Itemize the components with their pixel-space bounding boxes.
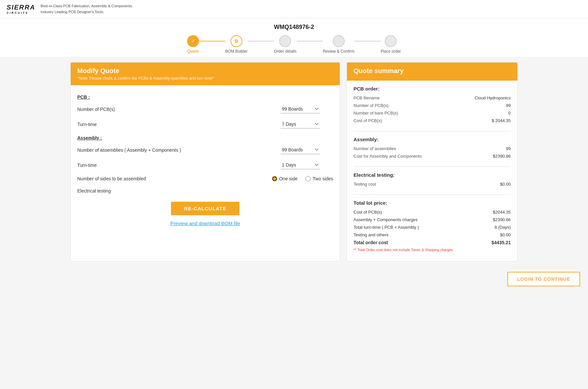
connector-2 bbox=[248, 41, 274, 41]
num-pcbs-label: Number of PCB(s) bbox=[354, 103, 388, 108]
modify-quote-body: PCB : Number of PCB(s) 99 Boards Turn-ti… bbox=[71, 85, 340, 236]
total-order-cost-label: Total order cost bbox=[354, 240, 388, 245]
pcb-filename-row: PCB filename Cloud Hydroponics bbox=[354, 95, 511, 100]
logo-subtitle: CIRCUITS bbox=[7, 11, 36, 14]
num-pcbs-row: Number of PCB(s) 99 bbox=[354, 103, 511, 108]
header: SiERRA CIRCUITS Best-in-Class PCB Fabric… bbox=[0, 0, 588, 18]
connector-3 bbox=[297, 41, 323, 41]
sides-label: Number of sides to be assembled bbox=[77, 176, 272, 181]
number-of-assemblies-control[interactable]: 99 Boards bbox=[281, 146, 333, 154]
electrical-testing-toggle-container[interactable] bbox=[281, 188, 333, 194]
pcb-turntime-row: Turn-time 7 Days bbox=[77, 120, 333, 129]
total-section: Total lot price: Cost of PCB(s) $2044.35… bbox=[354, 195, 511, 254]
step-label-bom: BOM Builder bbox=[225, 49, 248, 54]
step-label-quote: Quote bbox=[187, 49, 199, 54]
number-of-pcbs-control[interactable]: 99 Boards bbox=[281, 105, 333, 114]
modify-quote-title: Modify Quote bbox=[77, 67, 333, 75]
two-sides-option[interactable]: Two sides bbox=[306, 176, 333, 181]
assembly-section-title: Assembly: bbox=[354, 137, 511, 142]
cost-assembly-value: $2390.86 bbox=[493, 154, 511, 159]
number-of-assemblies-label: Number of assemblies ( Assembly + Compon… bbox=[77, 147, 281, 153]
step-order-details[interactable]: Order details bbox=[274, 35, 297, 54]
assembly-turntime-row: Turn-time 1 Days bbox=[77, 161, 333, 169]
progress-section: WMQ148976-2 Quote BOM Builder Order deta… bbox=[0, 18, 588, 57]
sides-radio-group: One side Two sides bbox=[272, 176, 333, 181]
total-assembly-label: Assembly + Components charges bbox=[354, 217, 418, 222]
assembly-section-title: Assembly : bbox=[77, 135, 333, 141]
cost-pcbs-row: Cost of PCB(s) $ 2044.35 bbox=[354, 118, 511, 123]
total-turntime-value: 8 (Days) bbox=[495, 225, 511, 230]
assembly-turntime-label: Turn-time bbox=[77, 163, 281, 168]
header-tagline: Best-in-Class PCB Fabrication, Assembly … bbox=[41, 3, 133, 15]
assembly-section: Assembly: Number of assemblies 99 Cost f… bbox=[354, 131, 511, 167]
number-of-pcbs-row: Number of PCB(s) 99 Boards bbox=[77, 105, 333, 114]
testing-cost-label: Testing cost bbox=[354, 182, 376, 187]
connector-1 bbox=[199, 41, 225, 41]
total-cost-pcbs-row: Cost of PCB(s) $2044.35 bbox=[354, 210, 511, 215]
two-sides-label: Two sides bbox=[313, 176, 333, 181]
num-assemblies-row: Number of assemblies 99 bbox=[354, 146, 511, 151]
two-sides-radio[interactable] bbox=[306, 176, 311, 181]
recalculate-button[interactable]: RE-CALCULATE bbox=[171, 202, 239, 215]
modify-quote-header: Modify Quote *Note: Please check & confi… bbox=[71, 63, 340, 85]
testing-cost-value: $0.00 bbox=[500, 182, 511, 187]
footer: LOGIN TO CONTINUE bbox=[0, 267, 588, 292]
bom-download-link[interactable]: Preview and download BOM file bbox=[77, 220, 333, 226]
step-label-place: Place order bbox=[381, 49, 401, 54]
cost-assembly-label: Cost for Assembly and Components bbox=[354, 154, 422, 159]
modify-quote-panel: Modify Quote *Note: Please check & confi… bbox=[70, 62, 340, 261]
checkmark-icon bbox=[191, 39, 195, 44]
step-circle-bom bbox=[231, 35, 242, 47]
num-assemblies-label: Number of assemblies bbox=[354, 146, 396, 151]
number-of-pcbs-dropdown[interactable]: 99 Boards bbox=[281, 105, 320, 114]
total-cost-pcbs-label: Cost of PCB(s) bbox=[354, 210, 382, 215]
total-turntime-label: Total turn-time ( PCB + Assembly ) bbox=[354, 225, 419, 230]
step-circle-order bbox=[279, 35, 291, 47]
electrical-testing-section-title: Electrical testing: bbox=[354, 172, 511, 178]
testing-others-value: $0.00 bbox=[500, 232, 511, 237]
step-label-review: Review & Confirm bbox=[323, 49, 355, 54]
num-pcbs-value: 99 bbox=[506, 103, 511, 108]
gear-icon bbox=[234, 39, 238, 44]
cost-pcbs-value: $ 2044.35 bbox=[492, 118, 511, 123]
assembly-turntime-control[interactable]: 1 Days bbox=[281, 161, 333, 169]
num-bare-pcbs-value: 0 bbox=[508, 111, 511, 116]
total-note: ** Total Order cost does not include Tax… bbox=[354, 248, 511, 252]
quote-summary-panel: Quote summary PCB order: PCB filename Cl… bbox=[347, 62, 518, 261]
number-of-assemblies-row: Number of assemblies ( Assembly + Compon… bbox=[77, 146, 333, 154]
step-circle-quote bbox=[187, 35, 199, 47]
num-bare-pcbs-label: Number of bare PCB(s) bbox=[354, 111, 398, 116]
number-of-assemblies-dropdown[interactable]: 99 Boards bbox=[281, 146, 320, 154]
one-side-label: One side bbox=[279, 176, 298, 181]
steps-container: Quote BOM Builder Order details Review &… bbox=[187, 35, 401, 54]
pcb-filename-value: Cloud Hydroponics bbox=[475, 95, 511, 100]
logo-name: SiERRA bbox=[7, 4, 36, 11]
step-label-order: Order details bbox=[274, 49, 297, 54]
step-quote[interactable]: Quote bbox=[187, 35, 199, 54]
step-review-confirm[interactable]: Review & Confirm bbox=[323, 35, 355, 54]
step-circle-place bbox=[385, 35, 397, 47]
sides-row: Number of sides to be assembled One side… bbox=[77, 176, 333, 181]
pcb-turntime-dropdown[interactable]: 7 Days bbox=[281, 120, 320, 129]
electrical-testing-label: Electrical testing bbox=[77, 188, 281, 194]
step-place-order[interactable]: Place order bbox=[381, 35, 401, 54]
total-order-cost-row: Total order cost $4435.21 bbox=[354, 240, 511, 245]
one-side-radio[interactable] bbox=[272, 176, 277, 181]
order-id: WMQ148976-2 bbox=[274, 24, 314, 31]
one-side-option[interactable]: One side bbox=[272, 176, 298, 181]
total-turntime-row: Total turn-time ( PCB + Assembly ) 8 (Da… bbox=[354, 225, 511, 230]
assembly-turntime-dropdown[interactable]: 1 Days bbox=[281, 161, 320, 169]
total-assembly-value: $2390.86 bbox=[493, 217, 511, 222]
cost-assembly-row: Cost for Assembly and Components $2390.8… bbox=[354, 154, 511, 159]
connector-4 bbox=[355, 41, 381, 41]
pcb-order-section: PCB order: PCB filename Cloud Hydroponic… bbox=[354, 81, 511, 131]
number-of-pcbs-label: Number of PCB(s) bbox=[77, 107, 281, 112]
login-to-continue-button[interactable]: LOGIN TO CONTINUE bbox=[507, 272, 580, 286]
logo: SiERRA CIRCUITS bbox=[7, 4, 36, 14]
electrical-testing-section: Electrical testing: Testing cost $0.00 bbox=[354, 167, 511, 195]
cost-pcbs-label: Cost of PCB(s) bbox=[354, 118, 382, 123]
pcb-turntime-control[interactable]: 7 Days bbox=[281, 120, 333, 129]
testing-cost-row: Testing cost $0.00 bbox=[354, 182, 511, 187]
step-bom-builder[interactable]: BOM Builder bbox=[225, 35, 248, 54]
electrical-testing-row: Electrical testing bbox=[77, 188, 333, 194]
